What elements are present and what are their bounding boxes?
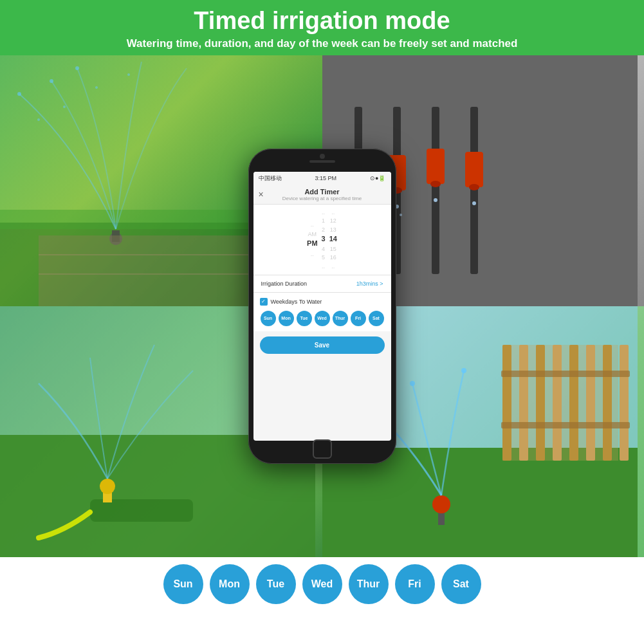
bottom-day-tue[interactable]: Tue xyxy=(256,564,296,604)
svg-rect-22 xyxy=(465,152,483,187)
days-row: Sun Mon Tue Wed Thur Fri Sat xyxy=(260,311,385,326)
duration-label: Irrigation Duration xyxy=(261,281,308,287)
svg-point-54 xyxy=(432,495,450,513)
bottom-day-mon[interactable]: Mon xyxy=(210,564,250,604)
duration-row[interactable]: Irrigation Duration 1h3mins > xyxy=(253,275,391,293)
phone-body: 中国移动 3:15 PM ⊙●🔋 × Add Timer Device wate… xyxy=(248,149,396,464)
svg-point-4 xyxy=(17,92,21,96)
svg-rect-43 xyxy=(502,345,511,461)
svg-rect-47 xyxy=(569,345,578,461)
svg-point-8 xyxy=(63,106,66,108)
weekdays-label: Weekdays To Water xyxy=(271,299,322,305)
svg-point-9 xyxy=(95,86,98,89)
home-button[interactable] xyxy=(313,439,332,459)
svg-point-39 xyxy=(100,479,115,494)
page-title: Timed irrigation mode xyxy=(13,6,631,36)
svg-rect-50 xyxy=(620,345,629,461)
time-picker[interactable]: .. AM PM .. .. 1 2 3 4 5 .. xyxy=(253,205,391,275)
phone-screen: 中国移动 3:15 PM ⊙●🔋 × Add Timer Device wate… xyxy=(253,172,391,441)
svg-point-10 xyxy=(127,73,130,76)
svg-point-34 xyxy=(400,214,402,216)
bottom-day-wed[interactable]: Wed xyxy=(302,564,342,604)
ampm-column[interactable]: .. AM PM .. xyxy=(307,221,318,258)
status-icons: ⊙●🔋 xyxy=(370,175,385,181)
day-tue[interactable]: Tue xyxy=(297,311,312,326)
duration-value: 1h3mins > xyxy=(356,281,383,287)
screen-header: × Add Timer Device watering at a specifi… xyxy=(253,185,391,205)
image-grid: 中国移动 3:15 PM ⊙●🔋 × Add Timer Device wate… xyxy=(0,55,644,557)
day-fri[interactable]: Fri xyxy=(351,311,366,326)
svg-point-29 xyxy=(434,198,437,202)
phone: 中国移动 3:15 PM ⊙●🔋 × Add Timer Device wate… xyxy=(248,149,396,464)
day-mon[interactable]: Mon xyxy=(279,311,294,326)
svg-rect-37 xyxy=(90,499,193,522)
day-sun[interactable]: Sun xyxy=(261,311,276,326)
svg-point-57 xyxy=(461,368,466,373)
minutes-column[interactable]: .. 12 13 14 15 16 .. xyxy=(329,208,337,271)
svg-point-6 xyxy=(75,66,79,70)
status-time: 3:15 PM xyxy=(315,175,337,181)
save-button[interactable]: Save xyxy=(260,336,385,354)
day-sat[interactable]: Sat xyxy=(369,311,384,326)
weekdays-section: ✓ Weekdays To Water Sun Mon Tue Wed Thur… xyxy=(253,293,391,331)
day-thur[interactable]: Thur xyxy=(333,311,348,326)
status-bar: 中国移动 3:15 PM ⊙●🔋 xyxy=(253,172,391,185)
svg-rect-17 xyxy=(432,107,439,274)
screen-title: Add Timer xyxy=(259,188,386,196)
page-header: Timed irrigation mode Watering time, dur… xyxy=(0,0,644,55)
svg-rect-49 xyxy=(603,345,612,461)
svg-rect-48 xyxy=(586,345,595,461)
weekdays-header: ✓ Weekdays To Water xyxy=(260,298,385,306)
page-subtitle: Watering time, duration, and day of the … xyxy=(13,37,631,50)
bottom-days-row: Sun Mon Tue Wed Thur Fri Sat xyxy=(0,557,644,612)
svg-rect-41 xyxy=(322,448,638,557)
svg-rect-52 xyxy=(501,422,630,428)
svg-rect-44 xyxy=(519,345,528,461)
carrier-text: 中国移动 xyxy=(259,174,282,183)
svg-rect-51 xyxy=(501,371,630,377)
screen-subtitle: Device watering at a specified time xyxy=(259,196,386,201)
svg-rect-46 xyxy=(553,345,562,461)
svg-point-30 xyxy=(472,201,476,205)
svg-point-26 xyxy=(469,184,479,190)
bottom-day-thur[interactable]: Thur xyxy=(349,564,389,604)
svg-rect-45 xyxy=(536,345,545,461)
svg-point-25 xyxy=(430,181,441,187)
bottom-day-sat[interactable]: Sat xyxy=(441,564,481,604)
phone-speaker xyxy=(309,160,335,163)
weekdays-check[interactable]: ✓ xyxy=(260,298,268,306)
hours-column[interactable]: .. 1 2 3 4 5 .. xyxy=(322,208,326,271)
svg-point-56 xyxy=(410,381,415,386)
close-button[interactable]: × xyxy=(259,189,264,199)
svg-point-5 xyxy=(50,79,53,83)
svg-rect-21 xyxy=(427,149,445,184)
bottom-day-sun[interactable]: Sun xyxy=(163,564,203,604)
svg-point-7 xyxy=(37,118,40,121)
bottom-day-fri[interactable]: Fri xyxy=(395,564,435,604)
day-wed[interactable]: Wed xyxy=(315,311,330,326)
phone-camera xyxy=(320,154,325,159)
